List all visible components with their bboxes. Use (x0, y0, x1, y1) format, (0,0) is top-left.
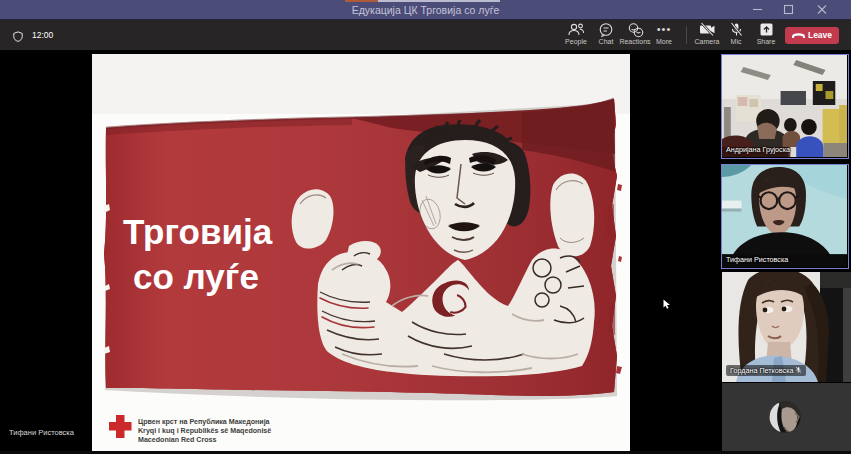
svg-text:Kryqi i kuq i Republikës së M: Kryqi i kuq i Republikës së Maqedonisë (138, 427, 271, 435)
svg-text:Macedonian Red Cross: Macedonian Red Cross (138, 436, 216, 444)
svg-text:Трговија: Трговија (123, 212, 273, 251)
svg-text:Црвен крст на Република Македо: Црвен крст на Република Македонија (138, 418, 270, 426)
svg-text:со луѓе: со луѓе (133, 257, 259, 296)
